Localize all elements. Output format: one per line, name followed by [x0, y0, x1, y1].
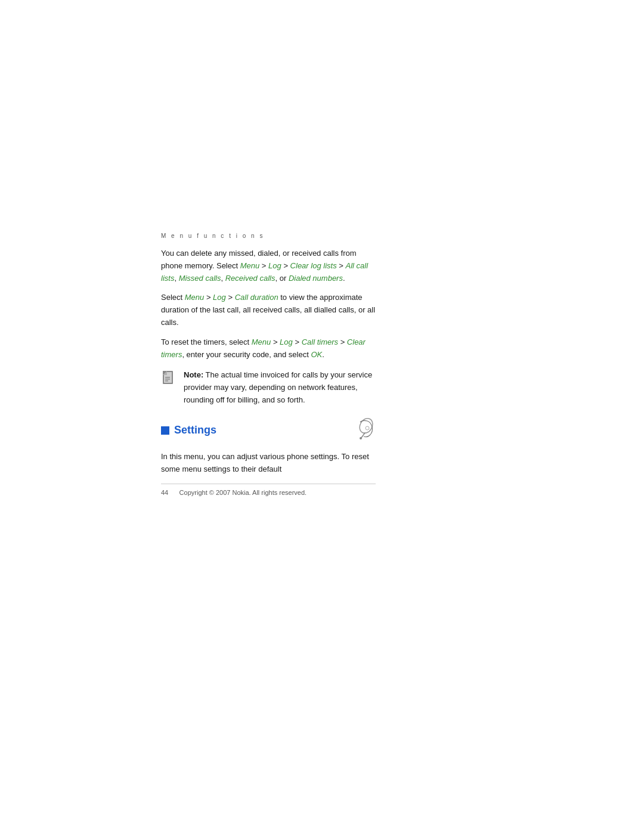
settings-title-text: Settings: [174, 424, 216, 436]
link-received-calls[interactable]: Received calls: [225, 274, 275, 283]
link-menu-2[interactable]: Menu: [185, 293, 205, 302]
svg-point-10: [360, 437, 362, 439]
footer: 44 Copyright © 2007 Nokia. All rights re…: [161, 484, 376, 496]
paragraph-call-duration: Select Menu > Log > Call duration to vie…: [161, 292, 376, 329]
settings-section: Settings In this menu, you can adjust va…: [161, 417, 376, 476]
link-call-timers[interactable]: Call timers: [302, 337, 338, 346]
link-menu-3[interactable]: Menu: [252, 337, 271, 346]
p1-sep3: >: [337, 261, 346, 270]
link-call-duration[interactable]: Call duration: [235, 293, 278, 302]
note-document-icon: [161, 370, 178, 386]
p3-sep2: >: [293, 337, 302, 346]
settings-title: Settings: [161, 424, 216, 436]
paragraph-settings-intro: In this menu, you can adjust various pho…: [161, 451, 376, 476]
page: M e n u f u n c t i o n s You can delete…: [0, 0, 644, 833]
link-log-2[interactable]: Log: [213, 293, 226, 302]
footer-copyright-spacer: [170, 489, 177, 496]
p3-text-after: , enter your security code, and select: [182, 350, 311, 359]
link-log-3[interactable]: Log: [280, 337, 293, 346]
paragraph-reset-timers: To reset the timers, select Menu > Log >…: [161, 336, 376, 361]
p3-text-before: To reset the timers, select: [161, 337, 252, 346]
p1-sep4: , or: [275, 274, 288, 283]
footer-page-number: 44: [161, 489, 168, 496]
footer-copyright: Copyright © 2007 Nokia. All rights reser…: [179, 489, 307, 496]
p2-sep2: >: [226, 293, 235, 302]
p3-period: .: [322, 350, 324, 359]
p1-sep2: >: [281, 261, 290, 270]
link-log-1[interactable]: Log: [268, 261, 281, 270]
link-ok[interactable]: OK: [311, 350, 322, 359]
p3-sep3: >: [338, 337, 347, 346]
phone-illustration-svg: [349, 417, 376, 444]
note-box: Note: The actual time invoiced for calls…: [161, 369, 376, 406]
svg-rect-6: [165, 380, 168, 382]
p1-comma2: ,: [221, 274, 225, 283]
link-dialed-numbers[interactable]: Dialed numbers: [289, 274, 343, 283]
svg-rect-5: [165, 379, 170, 380]
link-clear-log-lists[interactable]: Clear log lists: [290, 261, 337, 270]
settings-header: Settings: [161, 417, 376, 444]
svg-point-8: [366, 426, 369, 430]
settings-square-icon: [161, 426, 169, 435]
note-bold-label: Note:: [184, 370, 203, 379]
note-text: Note: The actual time invoiced for calls…: [184, 369, 376, 406]
link-missed-calls[interactable]: Missed calls: [179, 274, 221, 283]
section-label: M e n u f u n c t i o n s: [161, 233, 376, 239]
note-body: The actual time invoiced for calls by yo…: [184, 370, 372, 404]
settings-phone-icon: [349, 417, 376, 444]
p1-period: .: [343, 274, 345, 283]
p2-text-before: Select: [161, 293, 185, 302]
paragraph-delete-calls: You can delete any missed, dialed, or re…: [161, 247, 376, 284]
svg-rect-4: [165, 377, 170, 378]
content-area: M e n u f u n c t i o n s You can delete…: [161, 233, 376, 496]
link-menu-1[interactable]: Menu: [240, 261, 260, 270]
p1-comma1: ,: [174, 274, 178, 283]
p3-sep1: >: [271, 337, 280, 346]
p1-sep1: >: [259, 261, 268, 270]
p2-sep1: >: [204, 293, 213, 302]
note-icon: [161, 370, 178, 386]
